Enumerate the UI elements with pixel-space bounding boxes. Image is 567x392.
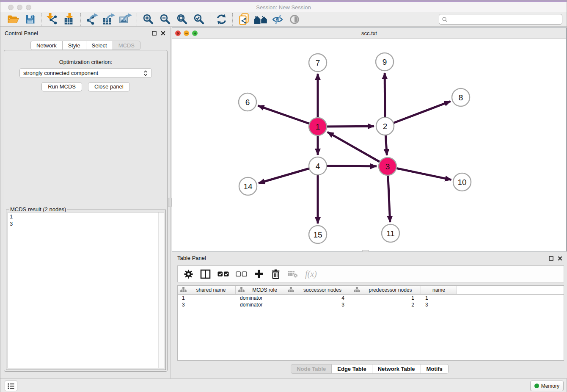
column-tree-icon — [238, 287, 245, 293]
select-all-columns-icon[interactable] — [217, 270, 229, 278]
cell-successor-nodes[interactable]: 3 — [285, 301, 351, 308]
zoom-selected-icon[interactable] — [190, 13, 207, 26]
cell-predecessor-nodes[interactable]: 1 — [351, 295, 421, 301]
delete-column-icon[interactable] — [271, 269, 281, 279]
memory-status-icon — [534, 384, 539, 388]
task-list-icon — [7, 382, 15, 390]
cell-mcds-role[interactable]: dominator — [236, 295, 285, 301]
table-row[interactable]: 1dominator411 — [178, 295, 564, 301]
memory-button[interactable]: Memory — [530, 381, 564, 391]
tab-motifs[interactable]: Motifs — [421, 364, 449, 374]
graph-edge-1-6[interactable] — [258, 106, 318, 127]
graph-node-2[interactable]: 2 — [376, 117, 394, 135]
result-scrollbar[interactable] — [158, 213, 164, 368]
zoom-in-icon[interactable] — [140, 13, 157, 26]
graph-node-10[interactable]: 10 — [453, 173, 471, 191]
svg-text:6: 6 — [245, 98, 250, 107]
close-table-panel-icon[interactable] — [557, 256, 562, 261]
cell-name[interactable]: 1 — [421, 295, 457, 301]
graph-node-9[interactable]: 9 — [376, 53, 394, 71]
import-network-icon[interactable] — [44, 13, 61, 26]
save-session-icon[interactable] — [22, 13, 39, 26]
toolbar-separator — [137, 13, 137, 26]
graph-edge-3-10[interactable] — [388, 166, 451, 180]
criterion-value: strongly connected component — [23, 70, 143, 76]
float-table-panel-icon[interactable] — [548, 256, 553, 261]
run-mcds-button[interactable]: Run MCDS — [41, 82, 82, 91]
optimization-criterion-label: Optimization criterion: — [4, 59, 167, 65]
float-panel-icon[interactable] — [151, 30, 157, 36]
show-columns-icon[interactable] — [200, 269, 211, 279]
table-panel-tabbar: Node TableEdge TableNetwork TableMotifs — [172, 364, 567, 374]
memory-label: Memory — [541, 383, 559, 389]
svg-text:10: 10 — [457, 178, 466, 187]
cell-name[interactable]: 3 — [421, 301, 457, 308]
home-icon[interactable] — [252, 13, 269, 26]
graph-node-11[interactable]: 11 — [382, 224, 399, 242]
close-panel-icon[interactable] — [160, 30, 165, 36]
graph-node-15[interactable]: 15 — [309, 226, 327, 243]
network-window-titlebar[interactable]: scc.txt — [172, 28, 566, 39]
zoom-fit-icon[interactable] — [173, 13, 190, 26]
tab-style[interactable]: Style — [63, 41, 86, 50]
svg-text:15: 15 — [313, 230, 322, 239]
criterion-dropdown[interactable]: strongly connected component — [19, 68, 152, 78]
table-row[interactable]: 3dominator323 — [178, 301, 564, 308]
mcds-result-text[interactable]: 13 — [8, 212, 164, 368]
column-header-mcds-role[interactable]: MCDS role — [236, 286, 285, 294]
graph-edge-3-1[interactable] — [328, 132, 388, 166]
graph-node-6[interactable]: 6 — [239, 93, 256, 111]
tab-node-table[interactable]: Node Table — [291, 364, 332, 374]
task-history-button[interactable] — [5, 381, 17, 391]
graph-node-8[interactable]: 8 — [452, 88, 470, 106]
cell-shared-name[interactable]: 3 — [178, 301, 236, 308]
graph-edge-2-8[interactable] — [385, 101, 451, 126]
column-header-name[interactable]: name — [421, 286, 457, 294]
graph-node-1[interactable]: 1 — [309, 118, 327, 135]
hide-panels-icon[interactable] — [269, 13, 286, 26]
open-session-icon[interactable] — [5, 13, 22, 26]
network-window-title: scc.txt — [172, 30, 566, 36]
graph-node-3[interactable]: 3 — [379, 157, 396, 175]
clone-network-icon[interactable] — [235, 13, 252, 26]
tab-mcds[interactable]: MCDS — [113, 41, 140, 50]
cell-successor-nodes[interactable]: 4 — [285, 295, 351, 301]
export-network-icon[interactable] — [83, 13, 100, 26]
window-titlebar: Session: New Session — [0, 2, 567, 12]
svg-text:14: 14 — [243, 182, 253, 191]
zoom-out-icon[interactable] — [157, 13, 173, 26]
cell-mcds-role[interactable]: dominator — [236, 301, 285, 308]
table-settings-icon[interactable] — [184, 269, 193, 279]
graph-node-14[interactable]: 14 — [239, 177, 257, 195]
window-title: Session: New Session — [0, 4, 567, 11]
table-header-row: shared nameMCDS rolesuccessor nodesprede… — [178, 286, 564, 295]
eye-icon[interactable] — [286, 13, 303, 26]
export-image-icon[interactable] — [117, 13, 134, 26]
export-table-icon[interactable] — [100, 13, 117, 26]
graph-node-4[interactable]: 4 — [309, 157, 327, 175]
refresh-icon[interactable] — [213, 13, 230, 26]
column-label: successor nodes — [297, 287, 348, 293]
svg-text:9: 9 — [383, 58, 387, 66]
toolbar-separator — [41, 13, 41, 26]
cell-predecessor-nodes[interactable]: 2 — [351, 301, 421, 308]
tab-edge-table[interactable]: Edge Table — [332, 364, 372, 374]
column-header-successor-nodes[interactable]: successor nodes — [285, 286, 351, 294]
column-header-predecessor-nodes[interactable]: predecessor nodes — [351, 286, 421, 294]
network-canvas[interactable]: 7968124314101511 — [172, 39, 566, 251]
mcds-result-title: MCDS result (2 nodes) — [9, 206, 67, 213]
mcds-result-node: 3 — [10, 220, 162, 227]
tab-network[interactable]: Network — [30, 41, 63, 50]
tab-network-table[interactable]: Network Table — [372, 364, 421, 374]
cell-shared-name[interactable]: 1 — [178, 295, 236, 301]
search-icon — [442, 17, 448, 22]
tab-select[interactable]: Select — [86, 41, 113, 50]
search-input[interactable] — [448, 16, 559, 23]
column-header-shared-name[interactable]: shared name — [178, 286, 236, 294]
vertical-splitter-handle[interactable] — [168, 198, 172, 207]
unselect-all-columns-icon[interactable] — [236, 270, 247, 278]
close-panel-button[interactable]: Close panel — [88, 82, 130, 91]
graph-node-7[interactable]: 7 — [309, 54, 327, 72]
create-column-icon[interactable] — [254, 269, 264, 279]
import-table-icon[interactable] — [61, 13, 78, 26]
